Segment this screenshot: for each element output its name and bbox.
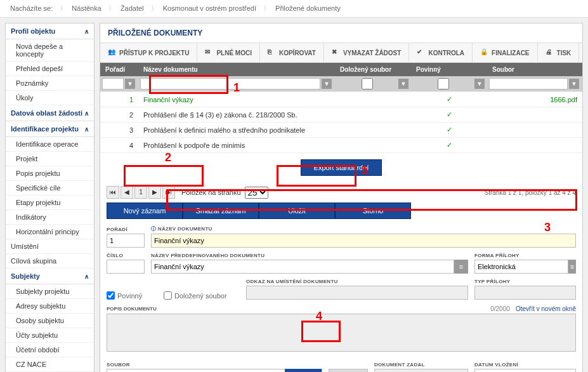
sb-item[interactable]: Adresy subjektu — [6, 299, 94, 314]
col-povinny[interactable]: Povinný — [411, 63, 487, 76]
sb-item[interactable]: Popis projektu — [6, 166, 94, 181]
sb-item[interactable]: Cílová skupina — [6, 254, 94, 269]
sb-item[interactable]: Identifikace operace — [6, 137, 94, 152]
popis-textarea[interactable] — [107, 314, 576, 352]
cislo-input[interactable] — [107, 260, 145, 274]
nazev-input[interactable] — [151, 234, 576, 248]
ulozit-button[interactable]: Uložit — [259, 203, 335, 219]
sb-item[interactable]: Specifické cíle — [6, 181, 94, 196]
annotation-4: 4 — [316, 310, 322, 323]
pager-last[interactable]: ⏭ — [162, 186, 175, 199]
pager-first[interactable]: ⏮ — [107, 186, 119, 199]
tb-tisk[interactable]: 🖨TISK — [538, 43, 580, 62]
list-icon[interactable]: ≡ — [568, 260, 576, 274]
col-poradi[interactable]: Pořadí — [100, 63, 138, 76]
dolozeny-label: Doložený soubor — [174, 292, 227, 300]
preddef-input[interactable] — [151, 260, 454, 274]
sb-item[interactable]: Přehled depeší — [6, 62, 94, 76]
open-new-window-link[interactable]: Otevřít v novém okně — [516, 305, 576, 312]
dolozeny-checkbox[interactable] — [164, 291, 172, 300]
pager-next[interactable]: ▶ — [148, 186, 161, 199]
col-nazev[interactable]: Název dokumentu — [138, 63, 335, 76]
sb-item[interactable]: Účetní období — [6, 343, 94, 357]
sb-item[interactable]: Účty subjektu — [6, 328, 94, 343]
cislo-label: ČÍSLO — [107, 253, 145, 258]
crumb[interactable]: Kosmonaut v ostrém prostředí — [163, 4, 256, 12]
odkaz-input[interactable] — [246, 286, 468, 300]
lock-icon: 🔒 — [480, 48, 489, 57]
filter-icon[interactable]: ▼ — [569, 79, 579, 89]
otevrit-button[interactable]: Otevřít — [329, 369, 368, 372]
table-row[interactable]: 1 Finanční výkazy ✓ 1666.pdf — [100, 92, 582, 107]
tb-plne-moci[interactable]: ✉PLNÉ MOCI — [197, 43, 260, 62]
preddef-label: NÁZEV PŘEDDEFINOVANÉHO DOKUMENTU — [151, 253, 468, 258]
soubor-label: SOUBOR — [107, 362, 322, 368]
pager-size[interactable]: 25 — [245, 187, 268, 199]
tb-pristup[interactable]: 👥PŘÍSTUP K PROJEKTU — [100, 43, 197, 62]
sb-item[interactable]: Etapy projektu — [6, 196, 94, 210]
sb-item[interactable]: Indikátory — [6, 210, 94, 225]
sb-item[interactable]: Úkoly — [6, 91, 94, 105]
tb-kontrola[interactable]: ✔KONTROLA — [409, 43, 473, 62]
check-icon: ✓ — [411, 92, 487, 107]
delete-icon: ✖ — [332, 48, 341, 57]
tb-kopirovat[interactable]: ⎘KOPÍROVAT — [260, 43, 324, 62]
povinny-label: Povinný — [117, 292, 142, 300]
tb-vymazat[interactable]: ✖VYMAZAT ŽÁDOST — [324, 43, 409, 62]
sb-item[interactable]: Osoby subjektu — [6, 314, 94, 328]
smazat-zaznam-button[interactable]: Smazat záznam — [183, 203, 259, 219]
sidebar: Profil objektu∧ Nová depeše a koncepty P… — [5, 23, 95, 372]
copy-icon: ⎘ — [268, 48, 277, 57]
col-soubor[interactable]: Soubor — [487, 63, 582, 76]
check-icon: ✓ — [411, 138, 487, 153]
table-row[interactable]: 3 Prohlášení k definici malého a střední… — [100, 123, 582, 138]
table-row[interactable]: 4 Prohlášení k podpoře de minimis ✓ — [100, 138, 582, 153]
chevron-up-icon: ∧ — [84, 110, 89, 117]
crumb[interactable]: Nástěnka — [72, 4, 101, 12]
sb-item[interactable]: Projekt — [6, 152, 94, 166]
pripojit-button[interactable]: Připojit — [285, 369, 322, 372]
export-button[interactable]: Export standardní — [301, 159, 382, 176]
sb-item[interactable]: Nová depeše a koncepty — [6, 39, 94, 62]
sb-datova-oblast[interactable]: Datová oblast žádosti∧ — [6, 105, 94, 121]
sb-item[interactable]: Horizontální principy — [6, 225, 94, 239]
crumb[interactable]: Žadatel — [121, 4, 144, 12]
filter-poradi[interactable] — [102, 78, 124, 90]
filter-dolozeny[interactable] — [337, 78, 397, 90]
pager-page[interactable]: 1 — [134, 186, 147, 199]
filter-nazev[interactable] — [140, 78, 320, 90]
filter-icon[interactable]: ▼ — [398, 79, 408, 89]
sb-subjekty[interactable]: Subjekty∧ — [6, 269, 94, 284]
sb-item[interactable]: Umístění — [6, 239, 94, 254]
forma-input[interactable] — [474, 260, 568, 274]
filter-soubor[interactable] — [489, 78, 568, 90]
poradi-label: POŘADÍ — [107, 227, 145, 232]
filter-icon[interactable]: ▼ — [474, 79, 485, 89]
filter-icon[interactable]: ▼ — [125, 79, 135, 89]
crumb[interactable]: Přiložené dokumenty — [275, 4, 341, 12]
nazev-label: NÁZEV DOKUMENTU — [151, 225, 576, 232]
list-icon[interactable]: ≡ — [454, 260, 468, 274]
typ-label: TYP PŘÍLOHY — [474, 279, 576, 284]
toolbar: 👥PŘÍSTUP K PROJEKTU ✉PLNÉ MOCI ⎘KOPÍROVA… — [100, 43, 582, 63]
sb-identifikace[interactable]: Identifikace projektu∧ — [6, 121, 94, 137]
chevron-up-icon: ∧ — [84, 126, 89, 133]
check-icon: ✔ — [417, 48, 426, 57]
sb-profil-objektu[interactable]: Profil objektu∧ — [6, 23, 94, 39]
sb-item[interactable]: CZ NACE — [6, 357, 94, 372]
filter-icon[interactable]: ▼ — [322, 79, 332, 89]
col-dolozeny[interactable]: Doložený soubor — [335, 63, 411, 76]
check-icon: ✓ — [411, 123, 487, 138]
datum-label: DATUM VLOŽENÍ — [474, 362, 576, 368]
novy-zaznam-button[interactable]: Nový záznam — [107, 203, 183, 219]
poradi-input[interactable] — [107, 234, 145, 248]
tb-finalizace[interactable]: 🔒FINALIZACE — [473, 43, 537, 62]
povinny-checkbox[interactable] — [107, 291, 115, 300]
filter-povinny[interactable] — [414, 78, 473, 90]
pager-prev[interactable]: ◀ — [121, 186, 133, 199]
table-row[interactable]: 2 Prohlášení dle § 14 (3) e) zákona č. 2… — [100, 107, 582, 123]
storno-button[interactable]: Storno — [335, 203, 411, 219]
typ-input[interactable] — [474, 286, 576, 300]
sb-item[interactable]: Subjekty projektu — [6, 284, 94, 299]
sb-item[interactable]: Poznámky — [6, 76, 94, 91]
